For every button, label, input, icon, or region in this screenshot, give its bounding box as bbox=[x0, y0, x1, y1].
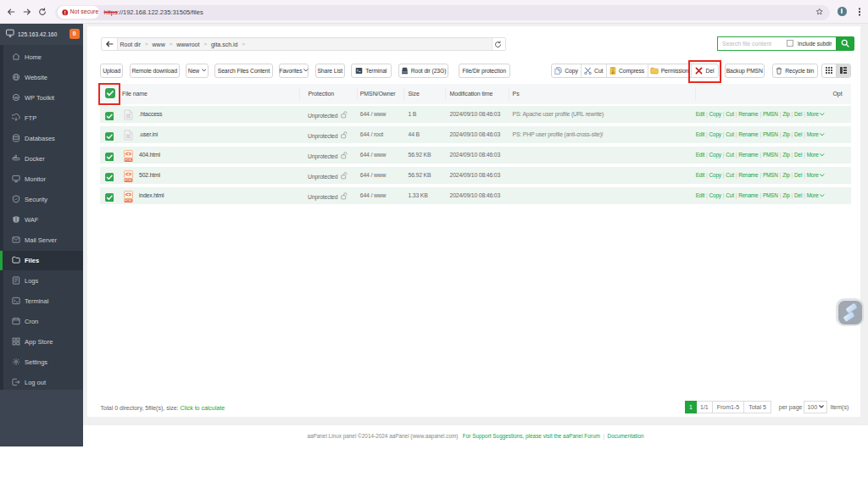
svg-text:HTML: HTML bbox=[124, 199, 131, 202]
svg-text:<>: <> bbox=[125, 191, 131, 197]
svg-text:HTML: HTML bbox=[124, 158, 131, 162]
svg-text:HTML: HTML bbox=[124, 179, 131, 182]
svg-text:<>: <> bbox=[125, 171, 131, 177]
svg-text:<>: <> bbox=[125, 151, 131, 157]
